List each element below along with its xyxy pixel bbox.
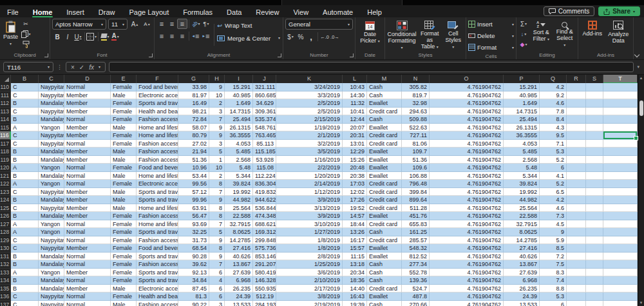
cell-P111[interactable]: 40.985: [504, 91, 540, 100]
cell-M134[interactable]: Cash: [367, 276, 402, 285]
cell-E134[interactable]: Female: [111, 276, 137, 285]
cell-T120[interactable]: [603, 164, 638, 172]
cell-S121[interactable]: [586, 172, 603, 180]
cell-D124[interactable]: Member: [64, 196, 111, 204]
cell-B125[interactable]: C: [11, 204, 39, 213]
cell-K127[interactable]: 3/10/2019: [276, 220, 343, 229]
cell-J121[interactable]: 112.224: [253, 172, 276, 180]
alignment-dialog-launcher[interactable]: [278, 53, 281, 57]
cell-D120[interactable]: Normal: [64, 164, 111, 172]
column-header-N[interactable]: N: [402, 75, 430, 83]
cell-F119[interactable]: Fashion accessories: [137, 156, 178, 164]
cell-N110[interactable]: 305.82: [402, 83, 430, 91]
italic-button[interactable]: I: [62, 32, 73, 42]
cell-M119[interactable]: Ewallet: [367, 156, 402, 164]
cell-R112[interactable]: [567, 99, 586, 108]
cell-I136[interactable]: 24.39: [225, 292, 253, 301]
cell-S126[interactable]: [586, 212, 603, 220]
cell-J126[interactable]: 474.348: [253, 212, 276, 220]
tab-formulas[interactable]: Formulas: [176, 5, 220, 17]
cell-M137[interactable]: Cash: [367, 301, 402, 306]
cell-E121[interactable]: Male: [111, 172, 137, 180]
cell-D113[interactable]: Member: [64, 108, 111, 116]
cell-E129[interactable]: Female: [111, 236, 137, 245]
cell-T131[interactable]: [603, 253, 638, 261]
cell-I128[interactable]: 8.0625: [225, 228, 253, 236]
cell-S115[interactable]: [586, 124, 603, 132]
cell-M120[interactable]: Ewallet: [367, 164, 402, 172]
cell-F110[interactable]: Food and beverages: [137, 83, 178, 91]
cell-H134[interactable]: 4: [209, 276, 225, 285]
cell-D137[interactable]: Normal: [64, 301, 111, 306]
row-header-114[interactable]: 114: [0, 115, 11, 124]
share-button[interactable]: Share ▾: [598, 6, 640, 16]
enter-button[interactable]: ✓: [79, 64, 84, 71]
cell-S113[interactable]: [586, 108, 603, 116]
cell-F128[interactable]: Sports and travel: [137, 228, 178, 236]
cell-M135[interactable]: Credit card: [367, 285, 402, 293]
cell-G110[interactable]: 33.98: [178, 83, 209, 91]
cell-Q133[interactable]: 8.3: [540, 269, 567, 277]
cell-F122[interactable]: Electronic accessories: [137, 180, 178, 188]
cell-P122[interactable]: 39.824: [504, 180, 540, 188]
cell-C120[interactable]: Yangon: [39, 164, 64, 172]
top-align-button[interactable]: ≡: [156, 19, 167, 29]
cell-L121[interactable]: 20:38: [343, 172, 367, 180]
cell-S116[interactable]: [586, 131, 603, 140]
cell-T122[interactable]: [603, 180, 638, 188]
cell-T116[interactable]: [603, 131, 638, 140]
cell-G122[interactable]: 99.56: [178, 180, 209, 188]
cell-K124[interactable]: 3/9/2019: [276, 196, 343, 204]
cell-B118[interactable]: B: [11, 148, 39, 156]
merge-center-button[interactable]: Merge & Center▾: [217, 32, 280, 44]
find-select-button[interactable]: Find & Select ▾: [554, 19, 576, 48]
cell-B128[interactable]: A: [11, 228, 39, 236]
cell-G112[interactable]: 16.49: [178, 99, 209, 108]
cell-J115[interactable]: 548.7615: [253, 124, 276, 132]
cell-B123[interactable]: C: [11, 188, 39, 196]
cell-L133[interactable]: 20:34: [343, 269, 367, 277]
cell-K115[interactable]: 1/19/2019: [276, 124, 343, 132]
cell-T130[interactable]: [603, 244, 638, 253]
cell-C113[interactable]: Naypyitaw: [39, 108, 64, 116]
cell-C118[interactable]: Mandalay: [39, 148, 64, 156]
cell-N127[interactable]: 655.83: [402, 220, 430, 229]
cell-G127[interactable]: 93.69: [178, 220, 209, 229]
cell-O133[interactable]: 4.761904762: [430, 269, 504, 277]
cell-S137[interactable]: [586, 301, 603, 306]
cell-K112[interactable]: 2/5/2019: [276, 99, 343, 108]
cell-S131[interactable]: [586, 253, 603, 261]
cell-L112[interactable]: 11:32: [343, 99, 367, 108]
cell-H122[interactable]: 8: [209, 180, 225, 188]
cell-I121[interactable]: 5.344: [225, 172, 253, 180]
cell-Q126[interactable]: 7.3: [540, 212, 567, 220]
font-name-select[interactable]: Aptos Narrow▾: [52, 19, 106, 30]
cell-J133[interactable]: 580.419: [253, 269, 276, 277]
cell-J120[interactable]: 115.08: [253, 164, 276, 172]
cell-D135[interactable]: Member: [64, 285, 111, 293]
cell-G121[interactable]: 53.44: [178, 172, 209, 180]
cell-T133[interactable]: [603, 269, 638, 277]
cell-K135[interactable]: 2/17/2019: [276, 285, 343, 293]
delete-cells-button[interactable]: Delete▾: [468, 30, 514, 41]
text-direction-button[interactable]: ¶▾: [201, 19, 211, 29]
cell-P128[interactable]: 8.0625: [504, 228, 540, 236]
cell-R125[interactable]: [567, 204, 586, 213]
cell-M111[interactable]: Cash: [367, 91, 402, 100]
row-header-137[interactable]: 137: [0, 301, 11, 306]
cell-M116[interactable]: Credit card: [367, 131, 402, 140]
cell-B119[interactable]: B: [11, 156, 39, 164]
cell-T118[interactable]: [603, 148, 638, 156]
accounting-format-button[interactable]: $▾: [285, 32, 296, 42]
cell-T117[interactable]: [603, 140, 638, 148]
row-header-128[interactable]: 128: [0, 228, 11, 236]
autosum-button[interactable]: Σ▾: [518, 19, 529, 29]
cell-K133[interactable]: 3/6/2019: [276, 269, 343, 277]
paste-button[interactable]: Paste▾: [2, 19, 19, 47]
cell-B120[interactable]: A: [11, 164, 39, 172]
cell-J116[interactable]: 763.4655: [253, 131, 276, 140]
cell-G119[interactable]: 51.36: [178, 156, 209, 164]
cell-J123[interactable]: 419.832: [253, 188, 276, 196]
cell-L116[interactable]: 20:31: [343, 131, 367, 140]
cell-T128[interactable]: [603, 228, 638, 236]
